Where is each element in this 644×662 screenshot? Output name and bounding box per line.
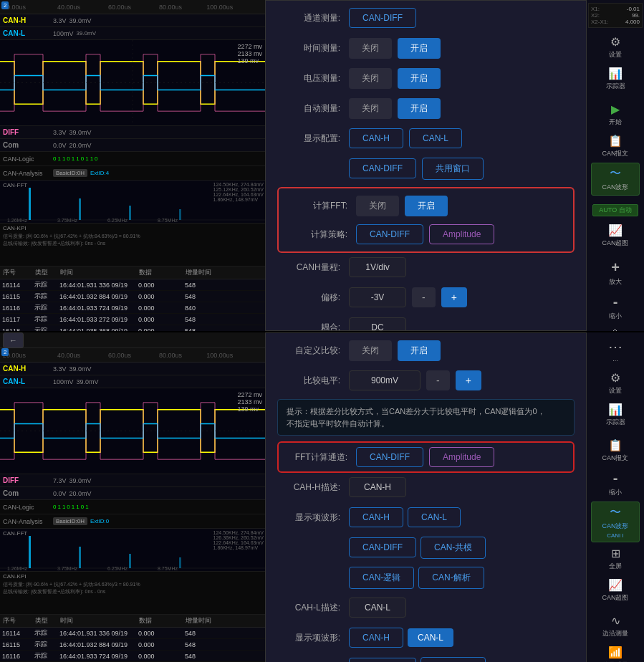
sidebar-scope-btn[interactable]: 📊 示踪器	[591, 64, 640, 94]
display-wave2-common-btn[interactable]: CAN-共模	[420, 657, 486, 663]
fft-on-btn[interactable]: 开启	[405, 196, 448, 216]
table-row[interactable]: 16116示踪16:44:01.933 724 09/190.000840	[0, 302, 265, 314]
time-scale-label5: 100.00us	[206, 4, 233, 11]
canl-val2: 39.0mV	[77, 30, 97, 37]
compare-level-row: 比较电平: 900mV - +	[277, 369, 575, 392]
display-wave2-canh-btn[interactable]: CAN-H	[349, 628, 403, 648]
canh-label-bottom: CAN-H	[3, 365, 53, 373]
fft-channel-amp-btn[interactable]: Amplitude	[429, 447, 494, 467]
sidebar-zoom-out-btn-b[interactable]: - 缩小	[591, 467, 640, 500]
wave-icon: 〜	[610, 166, 621, 181]
display-canh-btn[interactable]: CAN-H	[349, 128, 403, 148]
can-wave-label-b: CAN波形	[602, 522, 628, 531]
sidebar-more-btn[interactable]: ⋯ ···	[591, 335, 640, 367]
kpi-content-bottom: 信号质量: (利·90.6% + 抗(67.42% + 抗动:84.63%)/3…	[3, 581, 262, 595]
sidebar-signal-quality-btn-b[interactable]: 📶 信号质量	[591, 643, 640, 662]
table-row[interactable]: 16117示踪16:44:01.933 272 09/190.000548	[0, 314, 265, 325]
sidebar-settings-btn-b[interactable]: ⚙ 设置	[591, 368, 640, 398]
fft-label: 计算FFT:	[284, 200, 356, 212]
scope-label: 示踪器	[606, 82, 625, 91]
offset-minus-btn[interactable]: -	[412, 287, 436, 307]
sidebar-can-report-btn[interactable]: 📋 CAN报文	[591, 131, 640, 161]
compare-plus-btn[interactable]: +	[456, 370, 481, 390]
logic-bits: 011 011 011 0	[53, 155, 98, 162]
display-wave-diff-btn[interactable]: CAN-DIFF	[349, 537, 416, 557]
back-button[interactable]: ←	[3, 332, 24, 348]
custom-compare-label: 自定义比较:	[277, 345, 349, 357]
can-fft-area-top: CAN-FFT 1.26MHz 3.75MHz 6.25MHz 8.75MHz …	[0, 181, 265, 224]
strategy-amp-btn[interactable]: Amplitude	[429, 224, 494, 244]
table-row-b3[interactable]: 16116示踪16:44:01.933 724 09/190.000548	[0, 651, 265, 662]
display-wave-common-btn[interactable]: CAN-共模	[420, 537, 486, 559]
fft-vals-bottom: 124.50KHz, 274.84mV 126.36KHz, 260.52mV …	[212, 529, 265, 552]
table-row[interactable]: 16114示踪16:44:01.931 336 09/190.000548	[0, 279, 265, 291]
sidebar-can-wave-btn[interactable]: 〜 CAN波形	[591, 163, 640, 196]
sidebar-start-btn[interactable]: ▶ 开始	[591, 100, 640, 130]
sidebar-fullscreen-btn[interactable]: ⊞ 全屏	[591, 544, 640, 574]
voltage-off-btn[interactable]: 关闭	[349, 68, 392, 89]
sidebar-zoom-in-btn[interactable]: + 放大	[591, 256, 640, 289]
display-config-label: 显示配置:	[277, 133, 349, 145]
fft-channel-controls: CAN-DIFF Amplitude	[356, 447, 567, 467]
display-wave-label: 显示项波形:	[277, 512, 349, 524]
display-wave2-canl-btn[interactable]: CAN-L	[408, 628, 453, 647]
voltage-controls: 关闭 开启	[349, 68, 575, 89]
sidebar-can-wave-btn-b[interactable]: 〜 CAN波形 CANI I	[591, 502, 640, 542]
sidebar-scope-btn-b[interactable]: 📊 示踪器	[591, 400, 640, 430]
fft-off-btn[interactable]: 关闭	[356, 196, 399, 216]
custom-on-btn[interactable]: 开启	[398, 340, 441, 361]
sidebar-settings-btn[interactable]: ⚙ 设置	[591, 32, 640, 62]
auto-controls: 关闭 开启	[349, 98, 575, 119]
time-off-btn[interactable]: 关闭	[349, 38, 392, 59]
compare-minus-btn[interactable]: -	[426, 370, 450, 390]
sidebar-zoom-out-btn[interactable]: - 缩小	[591, 291, 640, 324]
sidebar-can-diagram-btn[interactable]: 📈 CAN超图	[591, 221, 640, 251]
auto-on-btn[interactable]: 开启	[398, 98, 441, 119]
strategy-diff-btn[interactable]: CAN-DIFF	[356, 224, 423, 244]
can-logic-row-top: CAN-Logic 011 011 011 0	[0, 152, 265, 166]
canl-val2-bottom: 39.0mV	[77, 378, 99, 385]
voltage-on-btn[interactable]: 开启	[398, 68, 441, 89]
settings-label: 设置	[609, 50, 622, 59]
play-icon: ▶	[611, 102, 620, 116]
canh-val1: 3.3V	[53, 17, 67, 24]
display-wave-logic-btn[interactable]: CAN-逻辑	[349, 567, 414, 589]
sidebar-can-diagram-btn-b[interactable]: 📈 CAN超图	[591, 575, 640, 605]
y-indicator: 2	[1, 1, 9, 9]
fft-channel-label: FFT计算通道:	[284, 451, 356, 464]
time-on-btn[interactable]: 开启	[398, 38, 441, 59]
auto-badge: AUTO 自动	[592, 204, 638, 216]
auto-off-btn[interactable]: 关闭	[349, 98, 392, 119]
display-diff-btn[interactable]: CAN-DIFF	[349, 158, 416, 178]
canl-channel-row-bottom: CAN-L 100mV 39.0mV	[0, 375, 265, 388]
sidebar-auto-btn[interactable]: AUTO 自动	[591, 201, 640, 219]
x2x1-row: X2-X1:4.000	[591, 19, 640, 25]
display-wave-row3: CAN-逻辑 CAN-解析	[277, 566, 575, 589]
fft-controls: 关闭 开启	[356, 196, 567, 216]
diff-val2-bottom: 39.0mV	[69, 477, 92, 484]
diff-val: 3.3V	[53, 129, 67, 136]
channel-measure-btn[interactable]: CAN-DIFF	[349, 8, 416, 28]
table-row[interactable]: 16115示踪16:44:01.932 884 09/190.000548	[0, 291, 265, 302]
cani-label: CANI I	[607, 532, 624, 539]
display-canl-btn[interactable]: CAN-L	[409, 128, 462, 148]
analysis-label-bottom: CAN-Analysis	[3, 518, 53, 525]
sidebar-can-report-btn-b[interactable]: 📋 CAN报文	[591, 436, 640, 466]
display-wave-canh-btn[interactable]: CAN-H	[349, 507, 403, 527]
table-row-b1[interactable]: 16114示踪16:44:01.931 336 09/190.000548	[0, 628, 265, 639]
table-row-b2[interactable]: 16115示踪16:44:01.932 884 09/190.000548	[0, 639, 265, 651]
display-wave-analysis-btn[interactable]: CAN-解析	[418, 567, 484, 589]
display-shared-btn[interactable]: 共用窗口	[422, 158, 484, 180]
display-wave2-diff-btn[interactable]: CAN-DIFF	[349, 658, 416, 662]
com-channel-row: Com 0.0V 20.0mV	[0, 139, 265, 152]
display-controls: CAN-H CAN-L	[349, 128, 575, 148]
settings-panel-top: 通道测量: CAN-DIFF 时间测量: 关闭 开启 电压测量:	[266, 1, 586, 331]
table-row[interactable]: 16118示踪16:44:01.935 368 09/190.000548	[0, 325, 265, 331]
sidebar-edge-measure-btn[interactable]: ∿ 边沿测量	[591, 611, 640, 641]
waveform-area-bottom: 2272 mv 2133 mv 139 mv	[0, 388, 265, 474]
custom-off-btn[interactable]: 关闭	[349, 340, 392, 361]
fft-channel-diff-btn[interactable]: CAN-DIFF	[356, 447, 423, 467]
channel-measure-label: 通道测量:	[277, 12, 349, 24]
offset-plus-btn[interactable]: +	[441, 287, 467, 307]
display-wave-canl-btn[interactable]: CAN-L	[408, 507, 461, 527]
